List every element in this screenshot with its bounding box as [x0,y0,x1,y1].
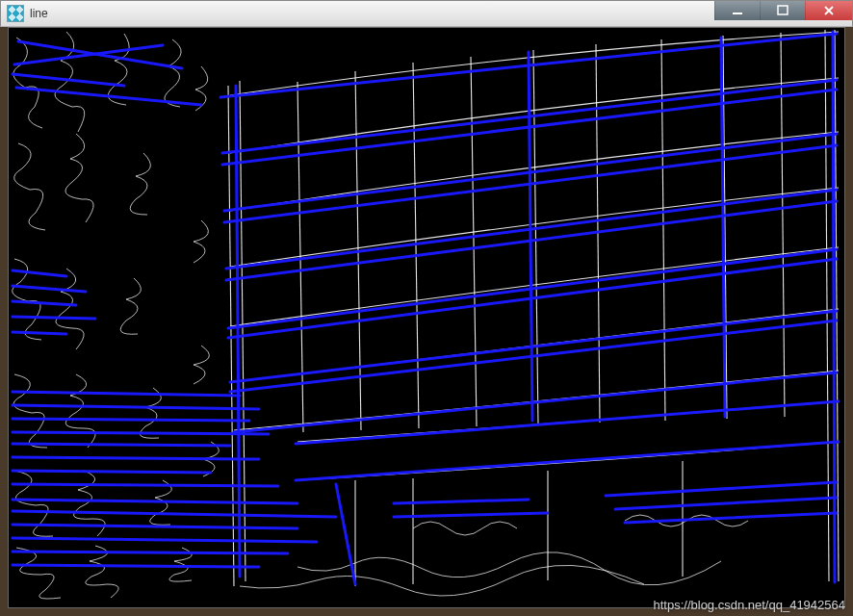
window-title: line [30,7,48,20]
canvas [9,28,844,607]
svg-line-16 [296,401,839,444]
window-controls [714,1,852,20]
minimize-icon [732,5,743,16]
close-icon [823,5,835,16]
svg-line-36 [13,457,259,459]
svg-rect-0 [733,13,742,14]
image-viewport [8,27,845,608]
opencv-icon [7,5,24,22]
svg-line-29 [13,317,95,319]
svg-line-30 [13,332,66,334]
svg-line-28 [13,301,76,305]
svg-line-20 [529,52,532,421]
svg-line-45 [394,500,529,503]
svg-line-38 [13,484,278,486]
svg-line-42 [13,538,317,542]
edge-and-line-render [9,28,844,607]
close-button[interactable] [805,1,852,20]
svg-line-39 [13,500,297,503]
svg-line-44 [13,565,259,567]
maximize-icon [777,5,788,16]
svg-line-33 [13,419,249,421]
svg-line-47 [606,482,837,496]
svg-line-24 [16,88,201,105]
svg-line-40 [13,511,336,517]
svg-line-35 [13,444,230,446]
svg-line-25 [13,74,124,86]
hough-lines [13,32,839,584]
svg-line-37 [13,471,211,473]
svg-line-17 [296,442,839,480]
svg-line-43 [13,552,288,553]
svg-rect-1 [778,6,788,14]
svg-line-34 [13,432,269,434]
svg-line-27 [13,286,86,292]
svg-line-46 [394,513,548,517]
svg-line-26 [13,270,66,276]
svg-line-48 [615,498,837,509]
window-frame: line [0,0,853,616]
svg-line-18 [833,32,835,582]
titlebar[interactable]: line [0,0,853,27]
minimize-button[interactable] [714,1,760,20]
svg-line-13 [230,311,837,382]
svg-line-49 [625,513,837,523]
svg-line-31 [13,392,240,396]
svg-line-41 [13,525,297,528]
svg-line-32 [13,405,259,409]
maximize-button[interactable] [760,1,805,20]
